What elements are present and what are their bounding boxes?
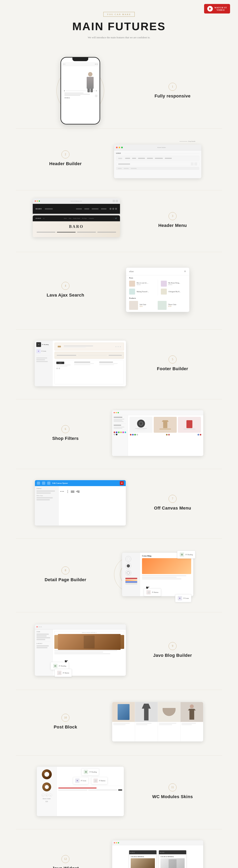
oc-menu-type-label: Menu Type — [36, 495, 57, 496]
wc-prev-btn[interactable]: ‹ — [41, 794, 45, 797]
feature-number-11: 11 — [169, 783, 176, 792]
cursor-icon-8: ☛ — [146, 585, 150, 590]
wc-widget-row-1: H JV Heading — [58, 768, 122, 775]
pb-img-3 — [158, 702, 180, 722]
divider-9 — [16, 690, 222, 690]
blog-section-title: SINGLE POST DETAIL 2 — [54, 631, 124, 634]
divider-6 — [16, 469, 222, 469]
feature-image-2: Drag Handle Header Builder LOGO — [108, 136, 207, 180]
colon-icon: ⋮ — [66, 490, 69, 493]
feature-text-9: 9 Javo Blog Builder — [138, 638, 207, 662]
feature-image-11: ‹ + › Bottle Grinder $30 H — [31, 764, 130, 819]
feature-image-4: elfant ✕ Posts How to care for ... Marth… — [108, 260, 207, 319]
jw-screens: COLOR & MINIMAL — [126, 847, 190, 868]
dp-lines — [142, 575, 191, 579]
wc-plus-btn[interactable]: + — [45, 794, 48, 797]
oc-preview: ••• ⋮ — [59, 486, 126, 525]
feature-row-5: H JV Heading ✦ JV Icons — [0, 332, 238, 395]
wc-jv-icons: ✦ JV Icons — [73, 777, 89, 784]
feature-text-10: 10 Post Block — [31, 710, 100, 734]
feature-row-4: elfant ✕ Posts How to care for ... Marth… — [0, 254, 238, 326]
jw-screen-1: COLOR & MINIMAL — [129, 850, 157, 868]
wc-right-panel: H JV Heading ✦ JV Icons ⬜ — [57, 767, 124, 816]
blog-sidebar: TYPE LAYOUT — [35, 629, 53, 676]
hamburger-icon-2 — [76, 491, 79, 493]
jv-h-icon-11: H — [84, 770, 88, 774]
jv-button-widget-9: ⬜ JV Button — [55, 669, 72, 677]
watch-video-label: WATCH IT VIDEO — [214, 6, 227, 11]
header-builder-screenshot: Header Builder LOGO — [114, 145, 201, 178]
feature-number-9: 9 — [169, 642, 176, 650]
feature-image-10 — [108, 698, 207, 746]
feature-text-1: 1 Fully responsive — [138, 79, 207, 103]
blog-top-bar — [35, 624, 126, 629]
feature-image-5: H JV Heading ✦ JV Icons — [31, 338, 130, 389]
javo-widget-screenshot: COLOR & MINIMAL — [112, 840, 203, 868]
divider-1 — [16, 128, 222, 129]
jw-screen-title-2: COLOR & MINIMAL — [161, 856, 185, 858]
page-title: MAIN FUTURES — [4, 20, 234, 33]
jw-screen-img-1 — [131, 858, 155, 868]
feature-image-8: Cross Ring ⬜ JV Button — [108, 547, 207, 602]
feature-row-3: baro.javotheme.com BARO — [0, 192, 238, 248]
feature-number-8: 8 — [62, 566, 69, 575]
wc-controls: ‹ + › — [38, 794, 55, 797]
cursor-icon-9: ☛ — [64, 659, 68, 664]
feature-image-7: Edit Canvas Opener ✕ General Menu Type — [31, 477, 130, 529]
page-subtitle: We will introduce the main features that… — [4, 36, 234, 39]
oc-header: Edit Canvas Opener ✕ — [35, 480, 126, 486]
blog-builder-screenshot: TYPE LAYOUT SINGLE POST DETAIL 2 — [35, 624, 126, 676]
wc-skin-preview — [58, 786, 122, 790]
feature-text-5: 5 Footer Builder — [138, 351, 207, 375]
wc-widget-row-2: ✦ JV Icons ⬜ JV Button — [58, 777, 122, 784]
feature-image-6 — [108, 407, 207, 459]
pb-img-4 — [180, 702, 203, 722]
feature-title-4: Lava Ajax Search — [35, 292, 96, 298]
dp-sidebar — [122, 553, 140, 596]
divider-2 — [16, 190, 222, 190]
wc-content: ‹ + › Bottle Grinder $30 H — [37, 767, 124, 816]
wc-jv-heading: H JV Heading — [81, 768, 99, 775]
wc-price: $30 — [38, 801, 55, 803]
pb-item-3 — [158, 702, 181, 741]
play-icon — [207, 6, 213, 11]
oc-icon-2 — [42, 482, 45, 485]
pb-img-1 — [112, 702, 135, 722]
wc-next-btn[interactable]: › — [49, 794, 52, 797]
feature-number-1: 1 — [169, 83, 176, 91]
feature-number-3: 3 — [169, 212, 176, 220]
feature-text-6: 6 Shop Filters — [31, 421, 100, 445]
pb-grid — [112, 702, 203, 741]
page-wrapper: WATCH IT VIDEO YOU CAN MAKE MAIN FUTURES… — [0, 0, 238, 868]
jw-screen-content-1: COLOR & MINIMAL — [129, 854, 157, 868]
jw-screen-img-2 — [161, 858, 185, 868]
feature-text-4: 4 Lava Ajax Search — [31, 278, 100, 302]
blog-content: TYPE LAYOUT SINGLE POST DETAIL 2 — [35, 629, 126, 676]
feature-title-1: Fully responsive — [142, 93, 203, 99]
jw-screen-content-2: COLOR & MINIMAL — [159, 854, 186, 868]
feature-row-6: 6 Shop Filters — [0, 401, 238, 465]
feature-title-11: WC Modules Skins — [142, 794, 203, 799]
jv-heading-icon: H — [180, 552, 184, 557]
wc-product-name: Bottle Grinder — [38, 798, 55, 800]
feature-title-7: Off Canvas Menu — [142, 505, 203, 511]
search-close-icon[interactable]: ✕ — [184, 270, 186, 273]
feature-row-1: INIMAL — [0, 57, 238, 124]
watch-video-button[interactable]: WATCH IT VIDEO — [204, 4, 230, 13]
blog-type-label: TYPE — [36, 631, 51, 632]
footer-builder-screenshot: H JV Heading ✦ JV Icons — [35, 341, 126, 386]
phone-screen: INIMAL — [61, 61, 100, 124]
oc-body: General Menu Type ••• — [35, 486, 126, 525]
blog-hero-image — [54, 635, 124, 649]
divider-7 — [16, 538, 222, 539]
post-block-screenshot — [112, 702, 203, 742]
feature-number-5: 5 — [169, 355, 176, 364]
jv-star-icon-11: ✦ — [75, 778, 79, 783]
oc-menu-icons: ••• ⋮ — [60, 490, 124, 493]
feature-title-12: Javo Widget — [35, 866, 96, 868]
oc-icon-1 — [37, 482, 40, 485]
jw-screen-title-1: COLOR & MINIMAL — [131, 856, 155, 858]
header-section: WATCH IT VIDEO YOU CAN MAKE MAIN FUTURES… — [0, 0, 238, 57]
feature-text-11: 11 WC Modules Skins — [138, 779, 207, 803]
feature-text-3: 3 Header Menu — [138, 208, 207, 232]
